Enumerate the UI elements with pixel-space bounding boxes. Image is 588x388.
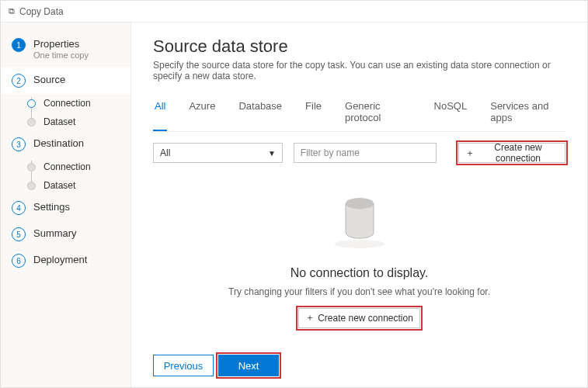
tab-database[interactable]: Database (237, 95, 284, 131)
wizard-steps-sidebar: 1 Properties One time copy 2 Source Conn… (1, 23, 131, 387)
step-number-badge: 1 (12, 38, 26, 52)
next-button[interactable]: Next (218, 355, 279, 376)
substep-bullet-icon (27, 163, 36, 171)
tab-nosql[interactable]: NoSQL (433, 95, 469, 131)
step-label: Source (33, 74, 65, 86)
tab-all[interactable]: All (153, 95, 167, 131)
page-title: Source data store (153, 36, 565, 57)
create-new-connection-button[interactable]: ＋ Create new connection (458, 143, 565, 163)
previous-button[interactable]: Previous (153, 355, 214, 376)
step-settings[interactable]: 4 Settings (1, 195, 130, 221)
create-label: Create new connection (318, 313, 413, 324)
step-label: Destination (33, 137, 84, 150)
wizard-footer: Previous Next (153, 355, 565, 379)
svg-point-0 (334, 240, 384, 248)
substep-bullet-icon (27, 99, 36, 108)
substep-label: Dataset (43, 116, 75, 127)
tab-file[interactable]: File (304, 95, 323, 131)
type-select[interactable]: All ▼ (153, 143, 283, 163)
filter-name-input[interactable] (294, 143, 437, 163)
step-number-badge: 5 (12, 227, 26, 241)
main-panel: Source data store Specify the source dat… (131, 23, 587, 387)
tab-azure[interactable]: Azure (187, 95, 217, 131)
filter-row: All ▼ ＋ Create new connection (153, 143, 565, 163)
substep-label: Dataset (43, 180, 75, 191)
step-deployment[interactable]: 6 Deployment (1, 248, 130, 274)
empty-state: No connection to display. Try changing y… (153, 163, 565, 348)
step-properties[interactable]: 1 Properties One time copy (1, 32, 130, 68)
step-destination[interactable]: 3 Destination (1, 131, 130, 158)
step-label: Settings (33, 201, 70, 213)
page-subtitle: Specify the source data store for the co… (153, 60, 565, 81)
substep-bullet-icon (27, 182, 36, 190)
substep-source-connection[interactable]: Connection (27, 94, 130, 113)
tab-generic-protocol[interactable]: Generic protocol (343, 95, 412, 131)
step-label: Deployment (33, 254, 87, 266)
destination-substeps: Connection Dataset (1, 158, 130, 195)
substep-label: Connection (43, 161, 91, 172)
step-label: Summary (33, 227, 77, 240)
step-number-badge: 6 (12, 254, 26, 268)
source-substeps: Connection Dataset (1, 94, 130, 131)
svg-point-1 (346, 198, 374, 209)
copy-data-icon: ⧉ (9, 6, 15, 16)
empty-heading: No connection to display. (291, 266, 429, 280)
empty-hint: Try changing your filters if you don't s… (228, 286, 490, 297)
step-number-badge: 4 (12, 201, 26, 215)
plus-icon: ＋ (305, 311, 315, 324)
app-window: ⧉ Copy Data 1 Properties One time copy 2… (0, 0, 588, 388)
step-subtitle: One time copy (33, 50, 89, 61)
plus-icon: ＋ (465, 147, 475, 160)
step-source[interactable]: 2 Source (1, 68, 130, 94)
window-title: Copy Data (19, 6, 64, 17)
chevron-down-icon: ▼ (268, 149, 276, 158)
create-new-connection-button-empty[interactable]: ＋ Create new connection (298, 308, 420, 328)
substep-label: Connection (43, 98, 91, 109)
select-value: All (160, 147, 170, 158)
step-number-badge: 2 (12, 74, 26, 88)
data-store-tabs: All Azure Database File Generic protocol… (153, 95, 565, 132)
step-label: Properties (33, 38, 89, 50)
substep-destination-dataset[interactable]: Dataset (27, 176, 130, 195)
tab-services-and-apps[interactable]: Services and apps (489, 95, 565, 131)
create-label: Create new connection (478, 142, 558, 164)
step-summary[interactable]: 5 Summary (1, 221, 130, 248)
step-number-badge: 3 (12, 137, 26, 151)
substep-source-dataset[interactable]: Dataset (27, 113, 130, 131)
database-empty-icon (325, 184, 395, 254)
titlebar: ⧉ Copy Data (1, 1, 587, 23)
substep-bullet-icon (27, 118, 36, 126)
substep-destination-connection[interactable]: Connection (27, 158, 130, 176)
